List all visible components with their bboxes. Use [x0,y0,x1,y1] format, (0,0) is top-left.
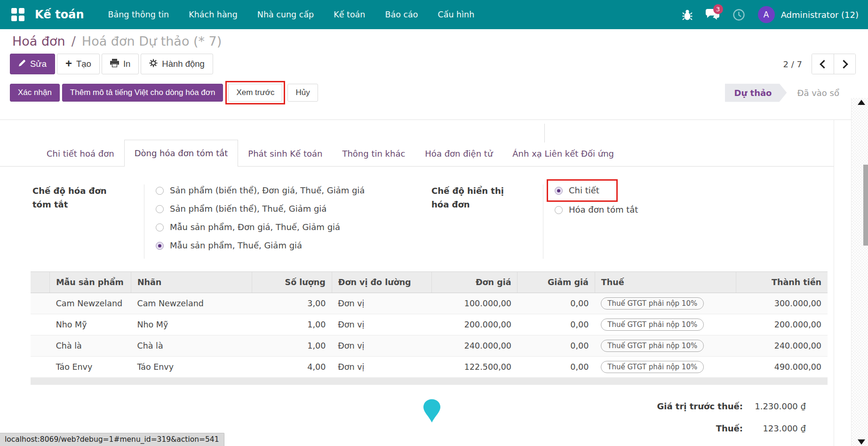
activity-clock-icon[interactable] [733,8,745,21]
scrollbar-thumb[interactable] [863,165,868,246]
menu-item-accounting[interactable]: Kế toán [324,0,375,29]
radio-icon[interactable] [555,206,563,214]
column-discount[interactable]: Giảm giá [518,272,595,293]
form-section: Chế độ hóa đơn tóm tắt Sản phẩm (biến th… [32,184,834,259]
menu-item-dashboard[interactable]: Bảng thông tin [98,0,179,29]
menu-item-configuration[interactable]: Cấu hình [428,0,484,29]
scroll-up-arrow-icon[interactable] [858,100,865,105]
cell-subtotal: 490.000,00 [736,357,828,378]
table-row[interactable]: Chà là Chà là 1,00 Đơn vị 240.000,00 0,0… [31,335,828,357]
cell-unit-price: 122.500,00 [431,357,518,378]
column-product[interactable]: Mẫu sản phẩm [50,272,131,293]
add-vietnamese-description-button[interactable]: Thêm mô tả tiếng Việt cho dòng hóa đơn [62,84,223,102]
cell-quantity: 3,00 [252,293,332,314]
cell-label: Cam Newzeland [131,293,252,314]
state-posted[interactable]: Đã vào sổ [787,84,850,102]
table-row[interactable]: Nho Mỹ Nho Mỹ 1,00 Đơn vị 200.000,00 0,0… [31,314,828,335]
column-unit-price[interactable]: Đơn giá [431,272,518,293]
messages-icon[interactable]: 3 [705,8,720,21]
cancel-button[interactable]: Hủy [287,84,318,102]
breadcrumb-parent[interactable]: Hoá đơn [12,34,65,48]
vertical-scrollbar[interactable] [851,98,868,446]
radio-icon[interactable] [156,223,164,231]
print-button[interactable]: In [102,54,139,74]
radio-option-template-price-tax-discount[interactable]: Mẫu sản phẩm, Đơn giá, Thuế, Giảm giá [156,222,365,232]
untaxed-amount-value: 1.230.000 ₫ [743,401,806,411]
radio-option-variant-price-tax-discount[interactable]: Sản phẩm (biến thể), Đơn giá, Thuế, Giảm… [156,185,365,196]
confirm-button[interactable]: Xác nhận [10,84,60,102]
cell-discount: 0,00 [518,357,595,378]
tab-summary-lines[interactable]: Dòng hóa đơn tóm tắt [124,140,239,167]
table-header-row: Mẫu sản phẩm Nhãn Số lượng Đơn vị đo lườ… [31,272,828,293]
state-draft[interactable]: Dự thảo [725,84,787,102]
column-tax[interactable]: Thuế [595,272,736,293]
menu-item-vendors[interactable]: Nhà cung cấp [247,0,324,29]
action-menu-button[interactable]: Hành động [141,54,213,74]
radio-option-variant-tax-discount[interactable]: Sản phẩm (biến thể), Thuế, Giảm giá [156,204,365,214]
state-widget: Dự thảo Đã vào sổ [725,84,850,102]
edit-button[interactable]: Sửa [10,54,55,74]
user-avatar[interactable]: A [758,6,775,23]
display-mode-group: Chế độ hiển thị hóa đơn Chi tiết Hóa đơn… [431,184,834,259]
apps-grid-icon[interactable] [11,8,24,21]
cell-subtotal: 200.000,00 [736,314,828,335]
breadcrumb-current: Hoá đơn Dự thảo (* 7) [82,34,222,48]
pager-counter: 2 / 7 [783,59,802,69]
drop-pin-icon [423,399,441,424]
app-name[interactable]: Kế toán [35,8,84,21]
cell-uom: Đơn vị [332,357,431,378]
create-button[interactable]: + Tạo [57,54,100,74]
cell-label: Nho Mỹ [131,314,252,335]
chevron-left-icon [820,60,828,68]
tab-other-info[interactable]: Thông tin khác [332,141,415,166]
annotation-box-preview: Xem trước [225,81,285,104]
column-label[interactable]: Nhãn [131,272,252,293]
cell-uom: Đơn vị [332,335,431,357]
cell-discount: 0,00 [518,293,595,314]
cell-tax: Thuế GTGT phải nộp 10% [595,314,736,335]
notebook-tabs: Chi tiết hoá đơn Dòng hóa đơn tóm tắt Ph… [0,140,834,167]
table-row[interactable]: Cam Newzeland Cam Newzeland 3,00 Đơn vị … [31,293,828,314]
column-subtotal[interactable]: Thành tiền [736,272,828,293]
radio-icon-selected[interactable] [555,187,563,195]
breadcrumb-separator: / [72,34,76,48]
radio-option-summary-invoice[interactable]: Hóa đơn tóm tắt [555,205,638,215]
tax-badge: Thuế GTGT phải nộp 10% [601,361,704,373]
radio-option-detail[interactable]: Chi tiết [555,185,599,196]
column-quantity[interactable]: Số lượng [252,272,332,293]
tab-e-invoice[interactable]: Hóa đơn điện tử [415,141,502,166]
annotation-box-detail-option: Chi tiết [547,179,618,202]
tab-invoice-details[interactable]: Chi tiết hoá đơn [37,141,124,166]
form-statusbar: Xác nhận Thêm mô tả tiếng Việt cho dòng … [10,82,850,103]
column-uom[interactable]: Đơn vị đo lường [332,272,431,293]
radio-icon[interactable] [156,187,164,195]
cell-unit-price: 240.000,00 [431,335,518,357]
table-row[interactable]: Táo Envy Táo Envy 4,00 Đơn vị 122.500,00… [31,357,828,378]
tax-badge: Thuế GTGT phải nộp 10% [601,340,704,352]
cell-tax: Thuế GTGT phải nộp 10% [595,357,736,378]
cell-label: Táo Envy [131,357,252,378]
tab-reciprocal-mapping[interactable]: Ánh xạ Liên kết Đối ứng [502,141,624,166]
totals-block: Giá trị trước thuế: 1.230.000 ₫ Thuế: 12… [657,401,806,433]
bug-icon[interactable] [682,9,693,21]
untaxed-amount-label: Giá trị trước thuế: [657,401,743,411]
plus-icon: + [65,58,72,69]
scroll-down-arrow-icon[interactable] [858,439,865,445]
pager-previous-button[interactable] [812,54,834,74]
cell-discount: 0,00 [518,335,595,357]
menu-item-reporting[interactable]: Báo cáo [375,0,428,29]
pager-next-button[interactable] [834,54,855,74]
radio-option-template-tax-discount[interactable]: Mẫu sản phẩm, Thuế, Giảm giá [156,240,365,251]
preview-button[interactable]: Xem trước [228,84,282,102]
tab-journal-items[interactable]: Phát sinh Kế toán [238,141,332,166]
user-name[interactable]: Administrator (12) [781,10,859,20]
cell-product: Nho Mỹ [50,314,131,335]
pencil-icon [18,59,26,69]
gear-icon [149,59,158,70]
display-mode-label: Chế độ hiển thị hóa đơn [431,184,543,259]
radio-icon[interactable] [156,205,164,213]
cell-unit-price: 200.000,00 [431,314,518,335]
radio-icon-selected[interactable] [156,242,164,250]
cell-unit-price: 100.000,00 [431,293,518,314]
menu-item-customers[interactable]: Khách hàng [179,0,247,29]
